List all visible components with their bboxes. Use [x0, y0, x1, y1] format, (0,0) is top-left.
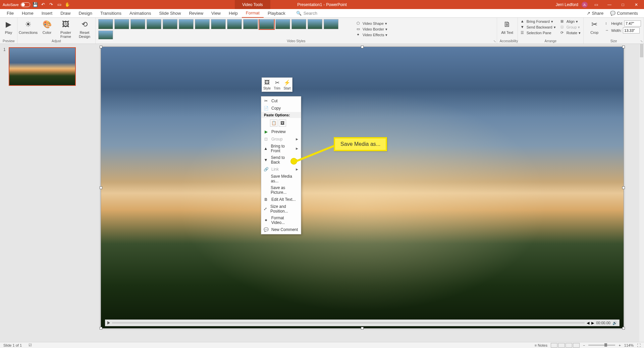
style-thumb[interactable]: [163, 19, 177, 29]
resize-handle[interactable]: [622, 327, 625, 330]
style-thumb[interactable]: [114, 19, 129, 29]
normal-view-icon[interactable]: [551, 343, 557, 348]
tab-slide-show[interactable]: Slide Show: [155, 9, 185, 18]
menu-format-video[interactable]: ✦Format Video...: [261, 215, 301, 226]
menu-bring-to-front[interactable]: ▲Bring to Front▶: [261, 143, 301, 154]
tab-home[interactable]: Home: [18, 9, 38, 18]
accessibility-status-icon[interactable]: ☑: [29, 343, 32, 347]
zoom-out-icon[interactable]: −: [583, 343, 585, 347]
vertical-scrollbar[interactable]: [639, 44, 644, 342]
slideshow-view-icon[interactable]: [573, 343, 580, 348]
tab-review[interactable]: Review: [185, 9, 207, 18]
mini-style-button[interactable]: 🖼Style: [262, 78, 272, 92]
tab-design[interactable]: Design: [75, 9, 96, 18]
menu-save-as-picture[interactable]: Save as Picture...: [261, 184, 301, 196]
rotate-button[interactable]: ⟳Rotate ▾: [560, 31, 581, 35]
slide-canvas[interactable]: ◀ ▶ 00:00.00 🔊: [101, 47, 624, 329]
notes-button[interactable]: ≡ Notes: [535, 343, 547, 347]
reset-design-button[interactable]: ⟲ Reset Design: [76, 19, 93, 39]
tab-format[interactable]: Format: [242, 9, 264, 18]
style-thumb[interactable]: [211, 19, 226, 29]
tab-insert[interactable]: Insert: [38, 9, 57, 18]
selection-pane-button[interactable]: ☰Selection Pane: [521, 31, 556, 35]
corrections-button[interactable]: ☀ Corrections: [20, 19, 36, 35]
width-input[interactable]: [623, 27, 640, 34]
close-icon[interactable]: ✕: [631, 2, 641, 7]
mini-start-button[interactable]: ⚡Start: [282, 78, 292, 92]
reading-view-icon[interactable]: [566, 343, 572, 348]
touch-mode-icon[interactable]: ✋: [64, 2, 70, 8]
tab-draw[interactable]: Draw: [56, 9, 74, 18]
video-step-fwd-icon[interactable]: ▶: [591, 321, 594, 325]
zoom-in-icon[interactable]: +: [619, 343, 621, 347]
bring-forward-button[interactable]: ▲Bring Forward ▾: [521, 19, 556, 24]
resize-handle[interactable]: [100, 186, 102, 189]
zoom-slider[interactable]: [588, 345, 615, 346]
menu-cut[interactable]: ✂Cut: [261, 97, 301, 105]
resize-handle[interactable]: [622, 46, 625, 48]
menu-preview[interactable]: ▶Preview: [261, 128, 301, 135]
ribbon-options-icon[interactable]: ▭: [591, 2, 601, 7]
autosave-toggle[interactable]: [21, 2, 30, 7]
dialog-launcher-icon[interactable]: ⤡: [640, 40, 643, 43]
slide-thumbnail[interactable]: [9, 47, 76, 86]
style-thumb[interactable]: [147, 19, 161, 29]
menu-save-media-as[interactable]: Save Media as...: [261, 173, 301, 184]
tab-file[interactable]: File: [3, 9, 18, 18]
video-object[interactable]: ◀ ▶ 00:00.00 🔊: [101, 47, 624, 329]
video-step-back-icon[interactable]: ◀: [587, 321, 589, 325]
search-box[interactable]: 🔍 Search: [296, 11, 317, 16]
menu-size-and-position[interactable]: ⤢Size and Position...: [261, 203, 301, 215]
video-styles-gallery[interactable]: [98, 19, 353, 39]
paste-keep-formatting-icon[interactable]: 📋: [270, 119, 277, 127]
resize-handle[interactable]: [100, 46, 102, 48]
undo-icon[interactable]: ↶: [40, 2, 46, 8]
present-from-beginning-icon[interactable]: ▭: [56, 2, 62, 8]
play-button[interactable]: ▶ Play: [3, 19, 14, 35]
fit-to-window-icon[interactable]: ⛶: [637, 343, 641, 347]
slide-editor[interactable]: ◀ ▶ 00:00.00 🔊 🖼Style ✂Trim ⚡Start ✂Cut …: [84, 44, 644, 342]
crop-button[interactable]: ✂ Crop: [586, 19, 602, 35]
share-button[interactable]: ↗ Share: [584, 10, 606, 16]
poster-frame-button[interactable]: 🖼 Poster Frame: [58, 19, 74, 39]
tab-playback[interactable]: Playback: [264, 9, 289, 18]
style-thumb[interactable]: [98, 19, 113, 29]
align-button[interactable]: ⊞Align ▾: [560, 19, 581, 24]
scrollbar-thumb[interactable]: [640, 44, 643, 57]
menu-copy[interactable]: 📄Copy: [261, 105, 301, 112]
height-input[interactable]: [624, 20, 641, 26]
minimize-icon[interactable]: —: [604, 2, 614, 7]
tab-transitions[interactable]: Transitions: [96, 9, 125, 18]
user-name[interactable]: Jerri Ledford: [556, 2, 578, 7]
video-effects-button[interactable]: ✦Video Effects ▾: [357, 33, 387, 37]
video-seek-track[interactable]: [112, 322, 585, 324]
redo-icon[interactable]: ↷: [48, 2, 54, 8]
mini-trim-button[interactable]: ✂Trim: [272, 78, 282, 92]
style-thumb[interactable]: [324, 19, 338, 29]
menu-edit-alt-text[interactable]: 🗎Edit Alt Text...: [261, 196, 301, 203]
style-thumb[interactable]: [227, 19, 242, 29]
maximize-icon[interactable]: □: [618, 2, 628, 7]
paste-picture-icon[interactable]: 🖼: [279, 119, 286, 127]
menu-new-comment[interactable]: 💬New Comment: [261, 226, 301, 233]
video-play-icon[interactable]: [107, 321, 110, 325]
style-thumb[interactable]: [259, 19, 274, 29]
resize-handle[interactable]: [100, 327, 102, 330]
style-thumb[interactable]: [291, 19, 306, 29]
video-shape-button[interactable]: ⬠Video Shape ▾: [357, 21, 387, 26]
slide-thumbnails-panel[interactable]: 1: [0, 44, 84, 342]
resize-handle[interactable]: [622, 186, 625, 189]
color-button[interactable]: 🎨 Color: [39, 19, 55, 35]
volume-icon[interactable]: 🔊: [612, 321, 617, 325]
send-backward-button[interactable]: ▼Send Backward ▾: [521, 25, 556, 30]
alt-text-button[interactable]: 🗎 Alt Text: [500, 19, 515, 35]
tab-animations[interactable]: Animations: [125, 9, 155, 18]
comments-button[interactable]: 💬 Comments: [607, 10, 641, 16]
style-thumb[interactable]: [130, 19, 145, 29]
video-border-button[interactable]: ▭Video Border ▾: [357, 27, 387, 32]
dialog-launcher-icon[interactable]: ⤡: [493, 40, 496, 43]
resize-handle[interactable]: [361, 327, 364, 330]
sorter-view-icon[interactable]: [558, 343, 565, 348]
slide-count[interactable]: Slide 1 of 1: [3, 343, 22, 347]
user-avatar[interactable]: JL: [582, 2, 588, 8]
